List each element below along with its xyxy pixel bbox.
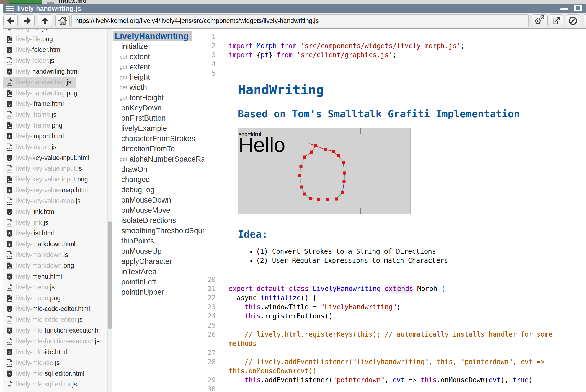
file-item[interactable]: </>lively-folder.js xyxy=(3,55,112,66)
up-button[interactable] xyxy=(38,14,52,27)
file-item[interactable]: </>lively-key-value-input.js xyxy=(3,163,112,174)
file-item[interactable]: 5lively-list.html xyxy=(3,228,112,239)
outline-method-item[interactable]: getfontHeight xyxy=(112,93,204,103)
home-button[interactable] xyxy=(55,14,70,27)
method-name: applyCharacter xyxy=(121,257,172,266)
file-name: key-value-input.html xyxy=(32,154,89,162)
file-item[interactable]: </>lively-file.js xyxy=(3,29,112,34)
url-input[interactable] xyxy=(71,14,529,27)
file-item[interactable]: 5lively-menu.html xyxy=(3,271,112,282)
maximize-button[interactable] xyxy=(574,5,582,11)
file-item[interactable]: 5 xyxy=(3,390,112,392)
file-name: js xyxy=(52,111,56,118)
block-button[interactable] xyxy=(566,14,580,27)
outline-method-item[interactable]: onKeyDown xyxy=(112,103,204,113)
outline-method-item[interactable]: applyCharacter xyxy=(112,256,204,267)
file-item[interactable]: </>lively-mle-function-executor.js xyxy=(3,336,112,347)
file-item[interactable]: 5lively-mle-ide.html xyxy=(3,347,112,357)
file-item[interactable]: </>lively-import.js xyxy=(3,142,112,152)
sidebar-scrollbar-track[interactable] xyxy=(107,29,112,392)
outline-method-item[interactable]: debugLog xyxy=(112,185,204,195)
file-item[interactable]: lively-file.png xyxy=(3,34,112,45)
file-item[interactable]: </>lively-menu.js xyxy=(3,282,112,293)
hamburger-menu-icon[interactable] xyxy=(6,5,14,11)
outline-method-item[interactable]: drawOn xyxy=(112,164,204,175)
outline-method-item[interactable]: directionFromTo xyxy=(112,144,204,154)
file-name: function-executor.h xyxy=(45,327,99,334)
code-line-row: 20 xyxy=(204,275,586,284)
outline-method-item[interactable]: getextent xyxy=(112,62,204,72)
sidebar-scrollbar-thumb[interactable] xyxy=(108,221,112,329)
file-item[interactable]: </>lively-mle-ide.js xyxy=(3,357,112,368)
outline-method-item[interactable]: getwidth xyxy=(112,82,204,93)
file-item[interactable]: 5lively-link.html xyxy=(3,206,112,217)
file-name: link.html xyxy=(32,208,56,216)
svg-text:5: 5 xyxy=(8,328,11,333)
method-name: pointInUpper xyxy=(121,288,164,297)
file-name-prefix: lively-import. xyxy=(16,143,52,151)
file-item[interactable]: lively-key-value-input.png xyxy=(3,174,112,185)
file-item[interactable]: 5lively-iframe.html xyxy=(3,98,112,109)
code-line-text: export default class LivelyHandwriting e… xyxy=(225,284,586,294)
file-item[interactable]: 5lively-key-value-input.html xyxy=(3,152,112,163)
file-item[interactable]: 5lively-key-value-map.html xyxy=(3,185,112,196)
outline-method-item[interactable]: onMouseDown xyxy=(112,195,204,205)
minimize-button[interactable] xyxy=(560,8,568,10)
outline-method-item[interactable]: smoothingThresholdSqua xyxy=(112,226,204,236)
file-item[interactable]: </>lively-iframe.js xyxy=(3,109,112,120)
file-item[interactable]: </>lively-link.js xyxy=(3,217,112,228)
outline-method-item[interactable]: onMouseUp xyxy=(112,246,204,256)
outline-method-item[interactable]: setextent xyxy=(112,52,204,62)
outline-class-item[interactable]: LivelyHandwriting xyxy=(113,31,192,41)
rendered-markdown: HandWriting Based on Tom's Smalltalk Gra… xyxy=(204,82,586,265)
outline-method-item[interactable]: inTextArea xyxy=(112,267,204,277)
file-item[interactable]: 5lively-mle-sql-editor.html xyxy=(3,368,112,379)
code-file-icon: </> xyxy=(5,57,14,65)
file-name: js xyxy=(76,197,81,205)
outline-method-item[interactable]: onFirstButton xyxy=(112,113,204,123)
file-item[interactable]: </>lively-mle-sql-editor.js xyxy=(3,379,112,390)
code-file-icon: </> xyxy=(5,111,14,119)
settings-button[interactable]: ⚙⚙ xyxy=(532,14,548,27)
file-item[interactable]: 5lively-mle-code-editor.html xyxy=(3,303,112,314)
outline-method-item[interactable]: getheight xyxy=(112,72,204,82)
outline-method-item[interactable]: getalphaNumberSpaceRa xyxy=(112,154,204,164)
file-item[interactable]: </>lively-mle-code-editor.js xyxy=(3,314,112,325)
file-item[interactable]: 5lively-folder.html xyxy=(3,45,112,55)
clipped-toolbar-button[interactable] xyxy=(584,14,586,27)
file-item[interactable]: lively-markdown.png xyxy=(3,260,112,271)
code-editor[interactable]: 12import Morph from 'src/components/widg… xyxy=(204,29,586,392)
outline-method-item[interactable]: thinPoints xyxy=(112,236,204,246)
outline-method-item[interactable]: characterFromStrokes xyxy=(112,134,204,144)
file-item[interactable]: 5lively-markdown.html xyxy=(3,239,112,250)
outline-method-item[interactable]: onMouseMove xyxy=(112,205,204,216)
outline-method-item[interactable]: initialize xyxy=(112,41,204,52)
back-button[interactable] xyxy=(3,14,18,27)
file-name: folder.html xyxy=(32,46,62,54)
file-item[interactable]: 5lively-mle-function-executor.h xyxy=(3,325,112,336)
outline-method-item[interactable]: isolateDirections xyxy=(112,216,204,226)
file-item[interactable]: lively-iframe.png xyxy=(3,120,112,131)
file-name: map.html xyxy=(62,186,88,194)
file-name-prefix: lively- xyxy=(16,240,32,248)
file-item-selected[interactable]: </>lively-handwriting.js xyxy=(3,77,76,88)
html-file-icon: 5 xyxy=(5,154,14,162)
open-external-button[interactable] xyxy=(549,14,563,27)
forward-button[interactable] xyxy=(20,14,35,27)
file-item[interactable]: lively-menu.png xyxy=(3,293,112,303)
outline-method-item[interactable]: pointInUpper xyxy=(112,287,204,297)
file-name: png xyxy=(52,122,62,129)
line-number: 30 xyxy=(204,385,225,392)
outline-method-item[interactable]: changed xyxy=(112,175,204,185)
outline-method-item[interactable]: livelyExample xyxy=(112,123,204,134)
file-item[interactable]: </>lively-markdown.js xyxy=(3,250,112,260)
svg-text:</>: </> xyxy=(7,222,12,225)
code-file-icon: </> xyxy=(5,337,14,346)
file-item[interactable]: lively-handwriting.png xyxy=(3,88,112,98)
accessor-prefix: set xyxy=(115,54,127,60)
file-item[interactable]: 5lively-import.html xyxy=(3,131,112,142)
file-item[interactable]: </>lively-key-value-map.js xyxy=(3,196,112,206)
file-item[interactable]: 5lively-handwriting.html xyxy=(3,66,112,77)
file-list: </>lively-file.jslively-file.png5lively-… xyxy=(3,29,112,392)
outline-method-item[interactable]: pointInLeft xyxy=(112,277,204,287)
